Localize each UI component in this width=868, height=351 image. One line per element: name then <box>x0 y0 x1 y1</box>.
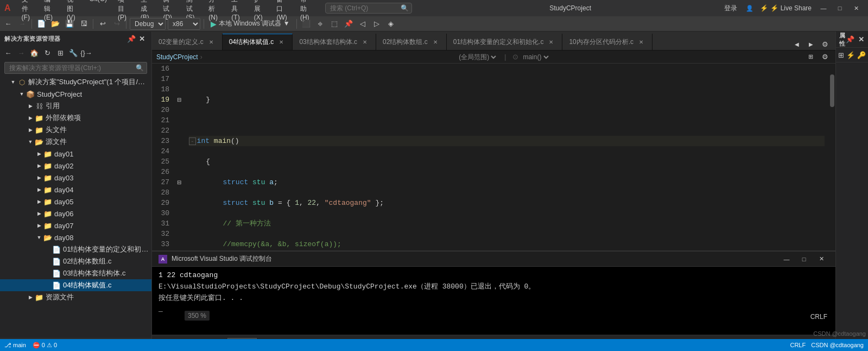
tab-1-close[interactable]: ✕ <box>277 38 286 47</box>
tab-scroll-right[interactable]: ▶ <box>805 38 817 50</box>
sidebar-expand-all[interactable]: ⊞ <box>54 47 66 59</box>
tab-0-close[interactable]: ✕ <box>207 37 216 46</box>
tab-settings[interactable]: ⚙ <box>819 38 831 50</box>
tree-day01[interactable]: ▶ 📁 day01 <box>0 148 151 160</box>
sidebar-nav-forward[interactable]: → <box>15 47 27 59</box>
props-icon2[interactable]: ⚡ <box>846 50 855 60</box>
back-button[interactable]: ← <box>2 18 14 30</box>
ln19: 19 <box>152 95 169 105</box>
sidebar-search-input[interactable] <box>4 62 147 74</box>
status-errors[interactable]: ⛔ 0 ⚠ 0 <box>33 342 57 349</box>
properties-close[interactable]: ✕ <box>856 35 866 45</box>
tab-3[interactable]: 02结构体数组.c ✕ <box>376 34 447 50</box>
console-restore[interactable]: □ <box>796 254 812 265</box>
tree-day07[interactable]: ▶ 📁 day07 <box>0 220 151 231</box>
scope-dropdown[interactable]: (全局范围) <box>457 53 498 61</box>
sidebar-refresh[interactable]: ↻ <box>41 47 53 59</box>
props-icon1[interactable]: ⊞ <box>838 50 844 60</box>
tab-5-close[interactable]: ✕ <box>637 37 645 46</box>
tree-file2[interactable]: ▶ 📄 02结构体数组.c <box>0 255 151 267</box>
forward-button[interactable]: → <box>16 18 28 30</box>
tree-headers[interactable]: ▶ 📁 头文件 <box>0 124 151 136</box>
tree-day03[interactable]: ▶ 📁 day03 <box>0 172 151 184</box>
tree-project[interactable]: ▼ 📦 StudyCProject <box>0 88 151 100</box>
redo-button[interactable]: ↪ <box>111 18 123 30</box>
tree-ref[interactable]: ▶ ⛓ 引用 <box>0 100 151 112</box>
sidebar-filter[interactable]: 🔧 <box>67 47 79 59</box>
sources-label: 源文件 <box>46 137 151 147</box>
toolbar-btn10[interactable]: ▷ <box>371 18 383 30</box>
stop-button[interactable]: ⬛ <box>300 18 312 30</box>
gutter-19-collapse[interactable]: ⊟ <box>174 95 185 105</box>
tab-5[interactable]: 10内存分区代码分析.c ✕ <box>562 34 652 50</box>
tab-2[interactable]: 03结构体套结构体.c ✕ <box>293 34 376 50</box>
toolbar-btn7[interactable]: ⬚ <box>328 18 340 30</box>
save-all-button[interactable]: 🖫 <box>78 18 90 30</box>
sidebar-search[interactable]: {}→ <box>80 47 92 59</box>
status-crlf[interactable]: CRLF <box>790 342 806 348</box>
gutter-27-collapse[interactable]: ⊟ <box>174 177 185 187</box>
save-button[interactable]: 💾 <box>64 18 75 30</box>
tree-resources[interactable]: ▶ 📁 资源文件 <box>0 291 151 303</box>
console-content[interactable]: 1 22 cdtaogang E:\VisualStudioProjects\S… <box>152 267 835 335</box>
close-button[interactable]: ✕ <box>848 3 864 14</box>
function-dropdown[interactable]: main() <box>521 53 550 61</box>
day02-label: day02 <box>54 162 151 170</box>
tab-scroll-left[interactable]: ◀ <box>791 38 803 50</box>
sep1 <box>31 19 32 29</box>
play-icon: ▶ <box>211 20 217 28</box>
console-close[interactable]: ✕ <box>814 254 829 265</box>
tree-day08[interactable]: ▼ 📂 day08 <box>0 231 151 243</box>
platform-dropdown[interactable]: x86 <box>168 18 200 30</box>
sidebar-nav-back[interactable]: ← <box>2 47 14 59</box>
sidebar-home[interactable]: 🏠 <box>28 47 40 59</box>
tree-file4[interactable]: ▶ 📄 04结构体赋值.c <box>0 279 151 291</box>
tree-day05[interactable]: ▶ 📁 day05 <box>0 196 151 208</box>
zoom-indicator: 350 % <box>185 311 210 321</box>
debug-config-dropdown[interactable]: Debug <box>130 18 166 30</box>
editor-scrollbar[interactable] <box>829 64 835 250</box>
tab-3-close[interactable]: ✕ <box>431 37 440 46</box>
tree-day06[interactable]: ▶ 📁 day06 <box>0 208 151 220</box>
new-file-button[interactable]: 📄 <box>35 18 47 30</box>
toolbar-btn8[interactable]: 📌 <box>343 18 354 30</box>
code-text[interactable]: } -int main() { struct stu a; struct stu… <box>185 64 829 250</box>
tab-0[interactable]: 02变量的定义.c ✕ <box>152 34 223 50</box>
minimize-button[interactable]: — <box>816 3 831 14</box>
tree-sources[interactable]: ▼ 📂 源文件 <box>0 136 151 148</box>
ln27: 27 <box>152 177 169 187</box>
restore-button[interactable]: □ <box>832 3 847 14</box>
run-debugger-button[interactable]: ▶ 本地 Windows 调试器 ▼ <box>207 18 293 29</box>
console-minimize[interactable]: — <box>779 254 794 265</box>
toolbar-btn11[interactable]: ◈ <box>385 18 397 30</box>
status-branch[interactable]: ⎇ main <box>4 342 26 349</box>
tree-file1[interactable]: ▶ 📄 01结构体变量的定义和初始化.c <box>0 243 151 255</box>
file1-label: 01结构体变量的定义和初始化.c <box>63 245 151 254</box>
tree-ext[interactable]: ▶ 📁 外部依赖项 <box>0 112 151 124</box>
live-share-button[interactable]: ⚡ ⚡ Live Share <box>760 4 812 12</box>
toolbar-btn9[interactable]: ◁ <box>357 18 369 30</box>
editor-expand[interactable]: ⊞ <box>805 51 817 63</box>
tab-1[interactable]: 04结构体赋值.c ✕ <box>223 34 293 50</box>
editor-settings[interactable]: ⚙ <box>819 51 831 63</box>
global-search-input[interactable] <box>325 3 412 14</box>
properties-pin[interactable]: 📌 <box>845 35 855 45</box>
scrollbar-thumb[interactable] <box>830 74 834 107</box>
tab-4-close[interactable]: ✕ <box>547 37 555 46</box>
breadcrumb-project[interactable]: StudyCProject <box>156 53 198 61</box>
open-button[interactable]: 📂 <box>49 18 61 30</box>
toolbar-btn6[interactable]: ⎆ <box>314 18 326 30</box>
sidebar-close-button[interactable]: ✕ <box>137 34 147 43</box>
tree-file3[interactable]: ▶ 📄 03结构体套结构体.c <box>0 267 151 279</box>
login-button[interactable]: 登录 <box>724 4 737 13</box>
tree-day04[interactable]: ▶ 📁 day04 <box>0 184 151 196</box>
sidebar-pin-button[interactable]: 📌 <box>126 34 136 43</box>
props-icon3[interactable]: 🔑 <box>857 50 866 60</box>
tree-day02[interactable]: ▶ 📁 day02 <box>0 160 151 172</box>
ext-arrow: ▶ <box>26 114 35 122</box>
undo-button[interactable]: ↩ <box>97 18 109 30</box>
tab-4[interactable]: 01结构体变量的定义和初始化.c ✕ <box>447 34 563 50</box>
tab-2-close[interactable]: ✕ <box>360 37 369 46</box>
tree-solution[interactable]: ▼ ⬡ 解决方案"StudyCProject"(1 个项目/共 1 个) <box>0 76 151 88</box>
code-line-19: -int main() <box>189 136 825 146</box>
